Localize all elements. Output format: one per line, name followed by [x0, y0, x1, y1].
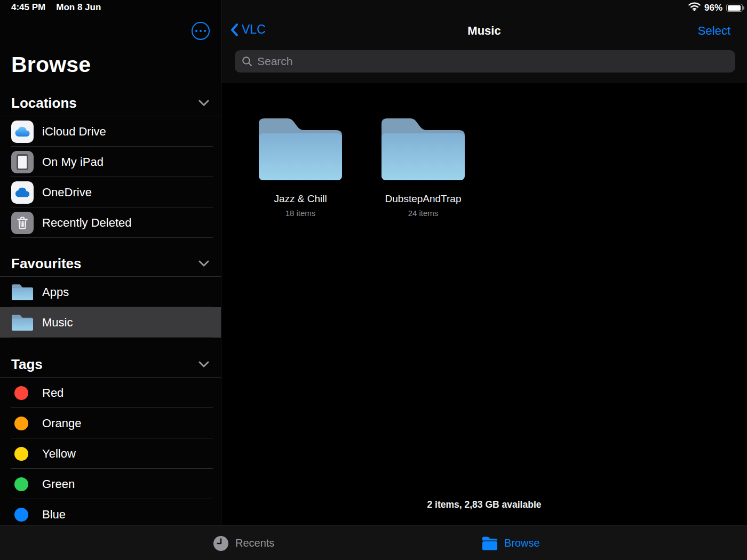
folder-content: Jazz & Chill 18 items DubstepAndTrap 24 …: [221, 83, 747, 525]
sidebar-item-tag-yellow[interactable]: Yellow: [0, 438, 221, 469]
folder-icon: [481, 536, 498, 551]
sidebar-item-label: Recently Deleted: [42, 216, 132, 230]
onedrive-icon: [11, 181, 34, 204]
trash-icon: [11, 212, 34, 234]
folder-icon: [379, 116, 467, 182]
sidebar-item-icloud-drive[interactable]: iCloud Drive: [0, 116, 221, 147]
wifi-icon: [688, 2, 701, 13]
sidebar-item-tag-red[interactable]: Red: [0, 378, 221, 408]
sidebar-item-label: iCloud Drive: [42, 125, 106, 139]
storage-summary: 2 items, 2,83 GB available: [221, 499, 747, 510]
status-bar: 4:45 PM Mon 8 Jun 96%: [0, 0, 747, 15]
folder-item-count: 24 items: [370, 209, 476, 218]
folder-name: DubstepAndTrap: [370, 193, 476, 205]
tab-recents[interactable]: Recents: [212, 526, 274, 560]
sidebar-item-apps[interactable]: Apps: [0, 277, 221, 307]
search-icon: [242, 56, 252, 67]
sidebar-item-recently-deleted[interactable]: Recently Deleted: [0, 207, 221, 238]
sidebar-item-onedrive[interactable]: OneDrive: [0, 177, 221, 207]
sidebar-item-label: Red: [42, 386, 63, 400]
tag-color-dot: [14, 508, 28, 522]
sidebar-title: Browse: [11, 52, 221, 77]
tags-list: Red Orange Yellow Green Blue: [0, 377, 221, 525]
files-app: 4:45 PM Mon 8 Jun 96% Browse: [0, 0, 747, 560]
clock-icon: [212, 535, 229, 552]
sidebar-item-tag-blue[interactable]: Blue: [0, 499, 221, 525]
chevron-down-icon: [198, 260, 209, 267]
clock-time: 4:45 PM: [11, 2, 45, 13]
sidebar-item-label: Yellow: [42, 447, 76, 461]
sidebar-item-label: OneDrive: [42, 186, 92, 199]
sidebar-item-label: Blue: [42, 508, 66, 522]
section-header-favourites[interactable]: Favourites: [11, 254, 209, 273]
sidebar-item-label: Green: [42, 477, 75, 491]
section-header-locations[interactable]: Locations: [11, 93, 209, 113]
icloud-drive-icon: [11, 121, 34, 143]
battery-icon: [726, 4, 743, 12]
chevron-down-icon: [198, 361, 209, 367]
section-title: Locations: [11, 95, 77, 111]
tab-label: Browse: [504, 537, 540, 549]
select-button[interactable]: Select: [698, 24, 730, 38]
folder-item-jazz-chill[interactable]: Jazz & Chill 18 items: [247, 116, 354, 218]
sidebar-item-on-my-ipad[interactable]: On My iPad: [0, 147, 221, 177]
search-input[interactable]: Search: [235, 50, 735, 73]
ellipsis-circle-icon: [195, 30, 198, 33]
sidebar-item-label: On My iPad: [42, 155, 104, 169]
page-title: Music: [221, 24, 747, 38]
chevron-down-icon: [198, 100, 209, 106]
tab-label: Recents: [235, 537, 274, 549]
section-title: Favourites: [11, 255, 82, 272]
folder-item-count: 18 items: [247, 209, 354, 218]
tag-color-dot: [14, 386, 28, 400]
sidebar-item-label: Apps: [42, 285, 69, 299]
section-title: Tags: [11, 356, 43, 373]
tag-color-dot: [14, 417, 28, 430]
favourites-list: Apps Music: [0, 276, 221, 338]
more-options-button[interactable]: [192, 22, 210, 40]
section-header-tags[interactable]: Tags: [11, 355, 209, 374]
folder-item-dubstepandtrap[interactable]: DubstepAndTrap 24 items: [370, 116, 476, 218]
locations-list: iCloud Drive On My iPad OneDrive: [0, 116, 221, 238]
folder-icon: [257, 116, 344, 182]
folder-icon: [11, 283, 34, 301]
sidebar-item-tag-orange[interactable]: Orange: [0, 408, 221, 438]
clock-date: Mon 8 Jun: [56, 2, 101, 13]
tab-bar: Recents Browse: [0, 525, 747, 560]
tag-color-dot: [14, 477, 28, 491]
sidebar-item-music[interactable]: Music: [0, 307, 221, 338]
tab-browse[interactable]: Browse: [481, 526, 540, 560]
search-placeholder: Search: [257, 55, 293, 68]
folder-icon: [11, 314, 34, 332]
battery-percent: 96%: [704, 3, 722, 13]
sidebar-item-label: Music: [42, 316, 73, 330]
sidebar-item-tag-green[interactable]: Green: [0, 469, 221, 499]
sidebar-item-label: Orange: [42, 417, 81, 430]
folder-name: Jazz & Chill: [247, 193, 354, 205]
ipad-icon: [11, 151, 34, 173]
tag-color-dot: [14, 447, 28, 461]
sidebar: Browse Locations iCloud Drive On My iPad: [0, 0, 221, 525]
